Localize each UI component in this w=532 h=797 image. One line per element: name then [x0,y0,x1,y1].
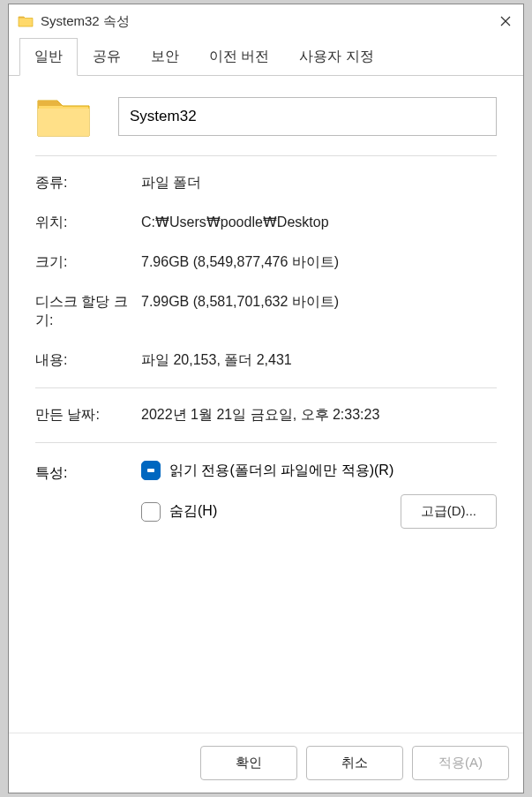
properties-dialog: System32 속성 일반 공유 보안 이전 버전 사용자 지정 [8,4,524,793]
folder-large-icon [35,94,92,139]
properties-section: 종류: 파일 폴더 위치: C:₩Users₩poodle₩Desktop 크기… [35,156,497,529]
hidden-row: 숨김(H) [141,502,217,522]
folder-icon [18,15,34,27]
property-row-location: 위치: C:₩Users₩poodle₩Desktop [35,203,497,243]
hidden-label: 숨김(H) [169,502,217,521]
header-row [35,94,497,156]
property-row-type: 종류: 파일 폴더 [35,163,497,203]
hidden-checkbox[interactable] [141,502,161,522]
size-on-disk-value: 7.99GB (8,581,701,632 바이트) [141,293,497,312]
divider [35,442,497,443]
readonly-row: 읽기 전용(폴더의 파일에만 적용)(R) [141,461,497,480]
titlebar: System32 속성 [9,4,523,38]
type-label: 종류: [35,174,141,192]
attributes-label: 특성: [35,461,141,529]
size-value: 7.96GB (8,549,877,476 바이트) [141,253,497,272]
divider [35,387,497,388]
window-title: System32 속성 [41,13,488,30]
attributes-controls: 읽기 전용(폴더의 파일에만 적용)(R) 숨김(H) 고급(D)... [141,461,497,529]
tab-previous-versions[interactable]: 이전 버전 [194,38,284,76]
name-input[interactable] [118,97,497,136]
property-row-contains: 내용: 파일 20,153, 폴더 2,431 [35,341,497,380]
ok-button[interactable]: 확인 [200,746,297,780]
tab-sharing[interactable]: 공유 [78,38,136,76]
contains-label: 내용: [35,351,141,370]
readonly-label: 읽기 전용(폴더의 파일에만 적용)(R) [169,462,393,480]
property-row-created: 만든 날짜: 2022년 1월 21일 금요일, 오후 2:33:23 [35,395,497,435]
svg-rect-2 [147,469,154,472]
attributes-section: 특성: 읽기 전용(폴더의 파일에만 적용)(R) [35,450,497,529]
tab-general[interactable]: 일반 [19,38,78,76]
property-row-size: 크기: 7.96GB (8,549,877,476 바이트) [35,243,497,282]
created-label: 만든 날짜: [35,406,141,425]
size-label: 크기: [35,253,141,272]
apply-button[interactable]: 적용(A) [412,746,509,780]
contains-value: 파일 20,153, 폴더 2,431 [141,351,497,370]
tab-content: 종류: 파일 폴더 위치: C:₩Users₩poodle₩Desktop 크기… [9,76,523,733]
size-on-disk-label: 디스크 할당 크기: [35,293,141,330]
advanced-button[interactable]: 고급(D)... [401,494,497,529]
close-button[interactable] [488,4,523,38]
tab-bar: 일반 공유 보안 이전 버전 사용자 지정 [9,38,523,76]
readonly-checkbox[interactable] [141,461,161,480]
location-value: C:₩Users₩poodle₩Desktop [141,214,497,230]
cancel-button[interactable]: 취소 [306,746,403,780]
location-label: 위치: [35,214,141,232]
tab-security[interactable]: 보안 [136,38,194,76]
property-row-size-on-disk: 디스크 할당 크기: 7.99GB (8,581,701,632 바이트) [35,282,497,341]
type-value: 파일 폴더 [141,174,497,192]
tab-customize[interactable]: 사용자 지정 [284,38,388,76]
created-value: 2022년 1월 21일 금요일, 오후 2:33:23 [141,406,497,425]
dialog-footer: 확인 취소 적용(A) [9,733,523,793]
